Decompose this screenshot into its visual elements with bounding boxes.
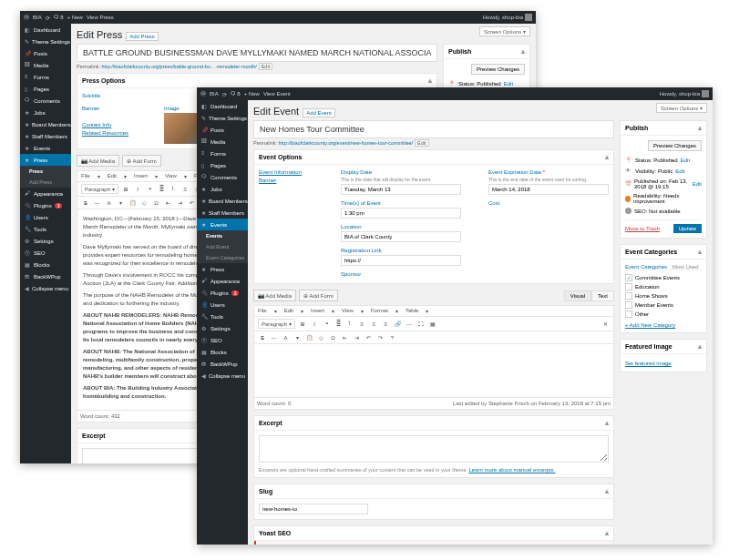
banner-link[interactable]: Banner [259,178,313,183]
menu-view[interactable]: View [165,173,177,179]
bold-icon[interactable]: B [299,320,307,328]
menu-tools[interactable]: 🔧Tools [20,223,71,235]
outdent-icon[interactable]: ⇤ [341,333,349,341]
add-media-button[interactable]: 📷 Add Media [77,155,119,167]
indent-icon[interactable]: ⇥ [176,199,184,207]
ul-icon[interactable]: ≣ [334,320,343,328]
italic-icon[interactable]: I [311,320,319,328]
submenu-press[interactable]: Press [20,166,71,177]
menu-plugins[interactable]: 🔌Plugins 3 [197,287,248,299]
site-name[interactable]: BIA [210,91,219,97]
menu-backwpup[interactable]: ⛃BackWPup [20,270,71,282]
menu-plugins[interactable]: 🔌Plugins 3 [20,199,71,211]
add-category-link[interactable]: + Add New Category [625,322,702,328]
menu-comments[interactable]: 🗨Comments [20,95,71,107]
menu-press[interactable]: ★Press [20,154,71,166]
status-edit[interactable]: Edit [504,81,513,87]
toolbar-toggle-icon[interactable]: ▦ [429,320,437,328]
screen-options[interactable]: Screen Options ▾ [479,26,530,36]
menu-media[interactable]: 🖼Media [197,136,248,148]
menu-insert[interactable]: Insert [134,173,148,179]
menu-board[interactable]: ★Board Members [20,118,71,130]
format-select[interactable]: Paragraph ▾ [258,319,295,329]
menu-view[interactable]: View [342,308,354,314]
add-media-button[interactable]: 📷 Add Media [253,290,296,301]
bold-icon[interactable]: B [122,185,130,193]
new-link[interactable]: + New [244,91,260,97]
update-button[interactable]: Update [673,224,702,233]
avatar[interactable] [525,14,532,21]
submenu-add-event[interactable]: Add Event [197,241,248,252]
undo-icon[interactable]: ↶ [364,333,373,341]
ol-icon[interactable]: ⒈ [169,185,178,193]
menu-media[interactable]: 🖼Media [20,59,71,71]
preview-button[interactable]: Preview Changes [648,140,702,151]
indent-icon[interactable]: ⇥ [353,333,361,341]
strike-icon[interactable]: S̶ [258,333,266,341]
date-edit[interactable]: Edit [693,181,702,187]
menu-users[interactable]: 👤Users [20,211,71,223]
location-input[interactable] [341,231,461,242]
publish-header[interactable]: Publish▴ [621,121,706,136]
menu-seo[interactable]: ⓎSEO [197,334,248,346]
text-tab[interactable]: Text [591,290,614,301]
excerpt-textarea[interactable] [259,435,609,463]
menu-staff[interactable]: ★Staff Members [20,130,71,142]
new-link[interactable]: + New [67,15,83,20]
menu-edit[interactable]: Edit [284,308,293,314]
menu-staff[interactable]: ★Staff Members [197,207,248,219]
featured-image-header[interactable]: Featured Image▴ [621,340,706,354]
menu-forms[interactable]: ≡Forms [197,148,248,159]
textcolor-icon[interactable]: A [282,333,290,341]
submenu-add-press[interactable]: Add Press [20,177,71,188]
editor-body[interactable] [253,343,614,398]
hr-icon[interactable]: — [270,333,278,341]
comments-count[interactable]: 🗨 8 [54,15,64,20]
wp-logo-icon[interactable]: ⓦ [200,90,206,98]
menu-appearance[interactable]: 🖌Appearance [197,275,248,287]
fullscreen-icon[interactable]: ⛶ [417,320,426,328]
wp-logo-icon[interactable]: ⓦ [24,14,29,22]
contact-link[interactable]: Contact Info [82,122,137,127]
exp-date-input[interactable] [488,184,609,195]
permalink-edit[interactable]: Edit [415,139,428,147]
undo-icon[interactable]: ↶ [188,199,196,207]
screen-options[interactable]: Screen Options ▾ [656,103,707,113]
slug-header[interactable]: Slug▴ [254,484,613,499]
ul-icon[interactable]: ≣ [158,185,166,193]
post-title-input[interactable] [253,120,614,138]
add-form-button[interactable]: ⊕ Add Form [122,155,161,167]
updates-icon[interactable]: ⟳ [222,91,227,97]
checkbox[interactable] [625,283,632,290]
submenu-event-cats[interactable]: Event Categories [197,252,248,263]
strike-icon[interactable]: S̶ [81,199,89,207]
clear-icon[interactable]: ◇ [140,199,149,207]
menu-appearance[interactable]: 🖌Appearance [20,188,71,199]
menu-tools[interactable]: 🔧Tools [197,311,248,322]
more-icon[interactable]: ⋯ [406,320,414,328]
cats-tab-all[interactable]: Event Categories [625,264,667,270]
preview-button[interactable]: Preview Changes [471,64,525,75]
ol-icon[interactable]: ⒈ [346,320,354,328]
menu-collapse[interactable]: ◀Collapse menu [197,370,248,382]
menu-dashboard[interactable]: ◧Dashboard [197,100,248,112]
checkbox[interactable] [625,311,632,318]
textcolor-icon[interactable]: A [105,199,113,207]
link-icon[interactable]: 🔗 [394,320,402,328]
menu-comments[interactable]: 🗨Comments [197,171,248,183]
checkbox[interactable]: ✓ [625,274,632,281]
menu-events[interactable]: ★Events [20,142,71,154]
menu-collapse[interactable]: ◀Collapse menu [20,282,71,294]
align-center-icon[interactable]: ≡ [370,320,378,328]
avatar[interactable] [702,90,709,97]
set-featured-link[interactable]: Set featured image [625,361,672,366]
format-select[interactable]: Paragraph ▾ [81,184,118,194]
menu-table[interactable]: Table [406,308,418,314]
close-icon[interactable]: ✕ [601,320,610,328]
add-form-button[interactable]: ⊕ Add Form [299,290,338,301]
clear-icon[interactable]: ◇ [317,333,325,341]
excerpt-header[interactable]: Excerpt▴ [254,416,613,431]
quote-icon[interactable]: ❝ [146,185,154,193]
permalink-link[interactable]: http://biaofclarkcounty.org/event/new-ho… [279,140,414,146]
checkbox[interactable] [625,301,632,309]
